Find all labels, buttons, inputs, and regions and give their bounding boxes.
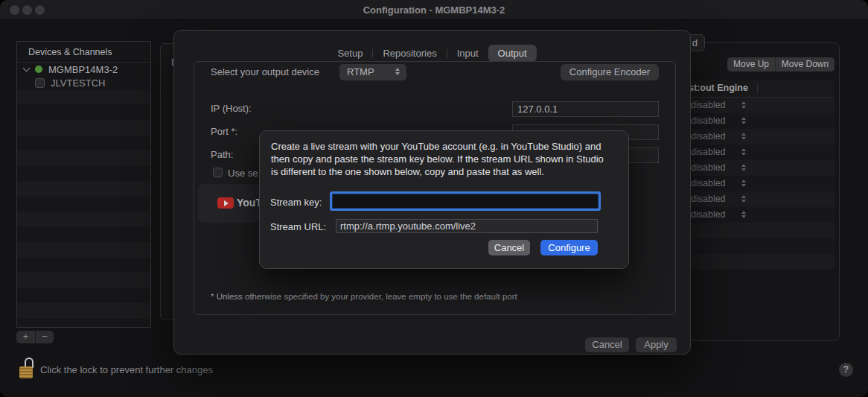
engine-value: disabled	[691, 194, 726, 204]
stepper-icon[interactable]	[741, 117, 746, 124]
engine-value: disabled	[691, 162, 726, 173]
output-device-label: Select your output device	[211, 66, 319, 77]
chevron-up-down-icon	[395, 68, 400, 75]
tab-output[interactable]: Output	[488, 45, 537, 62]
stepper-icon[interactable]	[741, 195, 746, 203]
stepper-icon[interactable]	[741, 164, 746, 171]
screenshot: Configuration - MGMBP14M3-2 Devices & Ch…	[0, 0, 868, 397]
output-device-dropdown[interactable]: RTMP	[339, 64, 406, 80]
dialog-message: Create a live stream with your YouTube a…	[271, 140, 612, 178]
add-remove-segmented-control: + −	[16, 331, 54, 343]
device-name-label: MGMBP14M3-2	[48, 64, 118, 75]
column-divider	[757, 83, 758, 94]
stepper-icon[interactable]	[741, 211, 746, 218]
devices-sidebar: Devices & Channels MGMBP14M3-2 JLVTESTCH	[16, 41, 151, 328]
engine-value: disabled	[691, 100, 726, 110]
youtube-logo-text: YouTube	[237, 197, 261, 209]
ip-host-field[interactable]	[512, 101, 659, 117]
lock-message: Click the lock to prevent further change…	[40, 364, 213, 375]
channel-checkbox[interactable]	[35, 78, 45, 88]
youtube-button[interactable]: YouTube	[198, 184, 261, 223]
channel-name-label: JLVTESTCH	[51, 77, 105, 89]
tab-input[interactable]: Input	[447, 45, 488, 62]
move-segmented-control: Move Up Move Down	[727, 57, 835, 72]
tab-repositories[interactable]: Repositories	[373, 45, 446, 62]
devices-sidebar-header: Devices & Channels	[17, 42, 150, 63]
youtube-play-icon	[217, 197, 234, 209]
dialog-configure-button[interactable]: Configure	[540, 240, 598, 255]
sheet-apply-button[interactable]: Apply	[636, 337, 677, 352]
tab-setup[interactable]: Setup	[328, 45, 372, 62]
port-label: Port *:	[211, 126, 237, 137]
disclosure-chevron-icon[interactable]	[23, 64, 31, 72]
move-up-button[interactable]: Move Up	[727, 57, 775, 72]
stream-key-label: Stream key:	[270, 197, 322, 208]
stream-key-dialog: Create a live stream with your YouTube a…	[259, 130, 629, 269]
stepper-icon[interactable]	[741, 180, 746, 187]
window-title: Configuration - MGMBP14M3-2	[0, 0, 868, 20]
output-device-value: RTMP	[347, 66, 374, 77]
move-down-button[interactable]: Move Down	[775, 57, 835, 72]
remove-button[interactable]: −	[35, 331, 54, 343]
dialog-cancel-button[interactable]: Cancel	[488, 240, 530, 255]
app-window: Configuration - MGMBP14M3-2 Devices & Ch…	[0, 0, 868, 397]
sidebar-item-device[interactable]: MGMBP14M3-2	[17, 63, 150, 76]
use-secure-label: Use se	[228, 168, 258, 179]
add-button[interactable]: +	[16, 331, 35, 343]
lock-icon[interactable]	[19, 358, 34, 379]
help-button[interactable]: ?	[839, 363, 853, 377]
tab-bar: Setup Repositories Input Output	[328, 45, 536, 62]
title-bar: Configuration - MGMBP14M3-2	[0, 0, 868, 20]
stepper-icon[interactable]	[741, 133, 746, 140]
engine-value: disabled	[691, 131, 726, 142]
lock-body	[19, 366, 33, 378]
play-triangle-icon	[224, 200, 229, 206]
engine-value: disabled	[691, 209, 726, 220]
stepper-icon[interactable]	[741, 148, 746, 156]
stream-url-label: Stream URL:	[270, 221, 326, 232]
engine-value: disabled	[691, 115, 726, 126]
engine-value: disabled	[691, 147, 726, 157]
path-label: Path:	[211, 149, 233, 160]
ip-host-label: IP (Host):	[211, 103, 252, 114]
sheet-cancel-button[interactable]: Cancel	[585, 337, 629, 352]
use-secure-checkbox[interactable]	[213, 168, 223, 177]
configure-encoder-button[interactable]: Configure Encoder	[561, 64, 659, 80]
engine-column-header: st:out Engine	[689, 83, 748, 93]
stream-key-input[interactable]	[332, 194, 599, 209]
engine-value: disabled	[691, 178, 726, 188]
stepper-icon[interactable]	[741, 101, 746, 109]
sidebar-item-channel[interactable]: JLVTESTCH	[17, 76, 150, 89]
stream-url-input[interactable]	[336, 219, 598, 233]
sidebar-empty-rows	[17, 89, 150, 327]
status-dot-icon	[35, 66, 42, 73]
port-footnote: * Unless otherwise specified by your pro…	[211, 292, 517, 301]
